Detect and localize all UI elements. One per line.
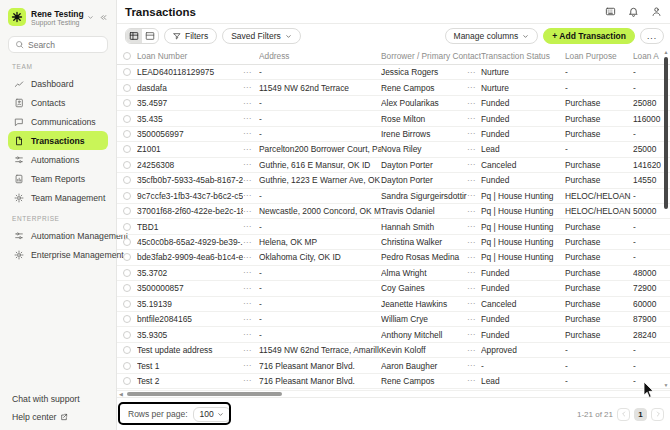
row-checkbox[interactable] [123,207,131,215]
borrower-actions-icon[interactable]: ⋯ [467,315,481,324]
borrower-actions-icon[interactable]: ⋯ [467,330,481,339]
borrower-actions-icon[interactable]: ⋯ [467,222,481,231]
table-row[interactable]: Z1001 ⋯ Parcelton200 Borrower Court, Par… [117,142,670,157]
row-checkbox[interactable] [123,346,131,354]
sidebar-item-enterprise-management[interactable]: Enterprise Management [8,245,108,264]
column-header-loan-number[interactable]: Loan Number [137,51,243,61]
row-checkbox[interactable] [123,377,131,385]
next-page-button[interactable] [651,408,664,421]
scroll-down-arrow[interactable]: ▼ [664,382,669,388]
row-checkbox[interactable] [123,315,131,323]
row-checkbox[interactable] [123,192,131,200]
row-actions-icon[interactable]: ⋯ [243,145,259,154]
borrower-actions-icon[interactable]: ⋯ [467,253,481,262]
sidebar-item-team-management[interactable]: Team Management [8,188,108,207]
row-actions-icon[interactable]: ⋯ [243,160,259,169]
row-checkbox[interactable] [123,68,131,76]
table-view-button[interactable] [126,29,142,43]
table-row[interactable]: Test update address ⋯ 11549 NW 62nd Terr… [117,343,670,358]
column-header-purpose[interactable]: Loan Purpose [565,51,633,61]
workspace-switcher[interactable]: Rene Testing Support Testing [8,8,108,26]
search-box[interactable] [8,36,108,53]
borrower-actions-icon[interactable]: ⋯ [467,99,481,108]
table-row[interactable]: 3500056997 ⋯ - Irene Birrows ⋯ Funded Pu… [117,127,670,142]
row-checkbox[interactable] [123,269,131,277]
sidebar-item-automations[interactable]: Automations [8,150,108,169]
row-checkbox[interactable] [123,223,131,231]
rows-per-page-select[interactable]: 100 [193,407,231,422]
borrower-actions-icon[interactable]: ⋯ [467,299,481,308]
filters-button[interactable]: Filters [164,28,217,44]
collapse-sidebar-icon[interactable] [99,13,108,22]
borrower-actions-icon[interactable]: ⋯ [467,284,481,293]
borrower-actions-icon[interactable]: ⋯ [467,207,481,216]
row-actions-icon[interactable]: ⋯ [243,376,259,385]
borrower-actions-icon[interactable]: ⋯ [467,176,481,185]
help-center-link[interactable]: Help center [12,412,80,422]
table-row[interactable]: 35.19139 ⋯ - Jeanette Hawkins ⋯ Canceled… [117,297,670,312]
borrower-actions-icon[interactable]: ⋯ [467,68,481,77]
horizontal-scrollbar-thumb[interactable] [127,392,282,396]
profile-icon[interactable] [651,6,662,17]
sidebar-item-dashboard[interactable]: Dashboard [8,74,108,93]
row-actions-icon[interactable]: ⋯ [243,284,259,293]
sidebar-item-communications[interactable]: Communications [8,112,108,131]
chevron-down-icon[interactable] [87,14,94,21]
vertical-scrollbar-thumb[interactable] [664,57,668,209]
sidebar-item-transactions[interactable]: Transactions [8,131,108,150]
row-actions-icon[interactable]: ⋯ [243,315,259,324]
row-actions-icon[interactable]: ⋯ [243,176,259,185]
row-actions-icon[interactable]: ⋯ [243,207,259,216]
row-checkbox[interactable] [123,99,131,107]
notifications-bell-icon[interactable] [628,6,639,17]
row-actions-icon[interactable]: ⋯ [243,83,259,92]
row-checkbox[interactable] [123,238,131,246]
select-all-checkbox[interactable] [123,52,131,60]
row-checkbox[interactable] [123,115,131,123]
row-checkbox[interactable] [123,253,131,261]
row-actions-icon[interactable]: ⋯ [243,129,259,138]
row-checkbox[interactable] [123,130,131,138]
table-row[interactable]: bde3fab2-9909-4ea6-b1c4-e... ⋯ Oklahoma … [117,250,670,265]
borrower-actions-icon[interactable]: ⋯ [467,238,481,247]
table-row[interactable]: 9c7ccfe3-1fb3-43c7-b6c2-c5... ⋯ - Sandra… [117,189,670,204]
row-actions-icon[interactable]: ⋯ [243,361,259,370]
row-checkbox[interactable] [123,300,131,308]
table-row[interactable]: bntfile2084165 ⋯ - William Crye ⋯ Funded… [117,312,670,327]
sidebar-item-team-reports[interactable]: Team Reports [8,169,108,188]
row-actions-icon[interactable]: ⋯ [243,330,259,339]
borrower-actions-icon[interactable]: ⋯ [467,145,481,154]
table-row[interactable]: 35.9305 ⋯ - Anthony Mitchell ⋯ Funded Pu… [117,327,670,342]
table-row[interactable]: Test 1 ⋯ 716 Pleasant Manor Blvd. Aaron … [117,358,670,373]
row-actions-icon[interactable]: ⋯ [243,253,259,262]
apps-icon[interactable] [605,6,616,17]
borrower-actions-icon[interactable]: ⋯ [467,346,481,355]
column-header-borrower[interactable]: Borrower / Primary Contact [381,51,481,61]
table-row[interactable]: 35cfb0b7-5933-45ab-8167-2... ⋯ Guthrie, … [117,173,670,188]
add-transaction-button[interactable]: + Add Transaction [543,28,635,44]
row-actions-icon[interactable]: ⋯ [243,99,259,108]
saved-filters-button[interactable]: Saved Filters [222,28,301,44]
borrower-actions-icon[interactable]: ⋯ [467,268,481,277]
previous-page-button[interactable] [617,408,630,421]
table-row[interactable]: 35.4597 ⋯ - Alex Poularikas ⋯ Funded Pur… [117,96,670,111]
row-actions-icon[interactable]: ⋯ [243,268,259,277]
row-actions-icon[interactable]: ⋯ [243,299,259,308]
table-row[interactable]: 3500000857 ⋯ - Coy Gaines ⋯ Funded Purch… [117,281,670,296]
borrower-actions-icon[interactable]: ⋯ [467,129,481,138]
row-actions-icon[interactable]: ⋯ [243,238,259,247]
borrower-actions-icon[interactable]: ⋯ [467,361,481,370]
table-row[interactable]: 35.3702 ⋯ - Alma Wright ⋯ Funded Purchas… [117,266,670,281]
card-view-button[interactable] [142,29,158,43]
row-checkbox[interactable] [123,362,131,370]
more-actions-button[interactable]: ... [640,28,664,44]
sidebar-item-contacts[interactable]: Contacts [8,93,108,112]
table-row[interactable]: 37001f68-2f60-422e-be2c-18... ⋯ Newcastl… [117,204,670,219]
row-checkbox[interactable] [123,284,131,292]
scroll-up-arrow[interactable]: ▲ [664,49,669,55]
row-checkbox[interactable] [123,161,131,169]
row-actions-icon[interactable]: ⋯ [243,114,259,123]
borrower-actions-icon[interactable]: ⋯ [467,160,481,169]
table-row[interactable]: LEAD640118129975 ⋯ - Jessica Rogers ⋯ Nu… [117,65,670,80]
borrower-actions-icon[interactable]: ⋯ [467,376,481,385]
